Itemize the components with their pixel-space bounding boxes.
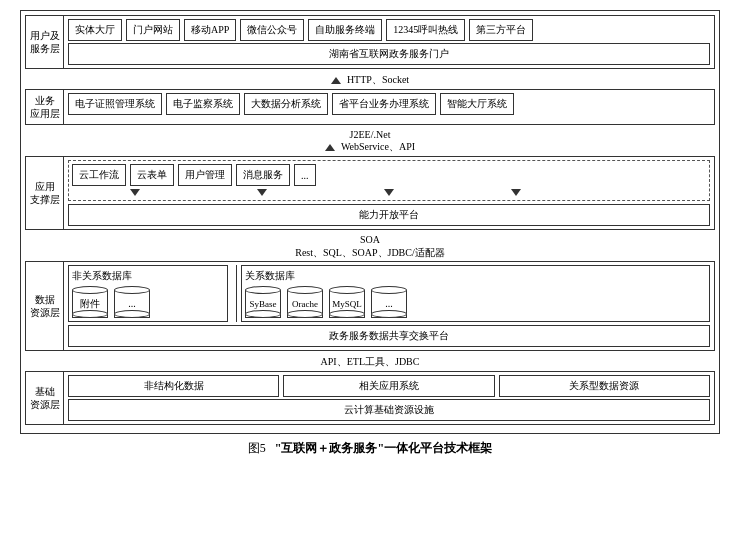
figure-caption: 图5 "互联网＋政务服务"一体化平台技术框架 xyxy=(248,440,492,457)
cyl-top-oracle xyxy=(287,286,323,294)
sql-label: 关系数据库 xyxy=(245,269,706,283)
cyl-top-1 xyxy=(72,286,108,294)
base-resource-content: 非结构化数据 相关应用系统 关系型数据资源 云计算基础资源设施 xyxy=(64,372,714,424)
user-service-label: 用户及 服务层 xyxy=(26,16,64,68)
cyl-bottom-sqle xyxy=(371,310,407,318)
user-service-bottom-bar: 湖南省互联网政务服务门户 xyxy=(68,43,710,65)
vertical-divider xyxy=(236,265,237,322)
box-entity-hall: 实体大厅 xyxy=(68,19,122,41)
box-hotline: 12345呼叫热线 xyxy=(386,19,465,41)
box-user-mgmt: 用户管理 xyxy=(178,164,232,186)
arrow-up-icon xyxy=(331,77,341,84)
business-app-boxes: 电子证照管理系统 电子监察系统 大数据分析系统 省平台业务办理系统 智能大厅系统 xyxy=(68,93,710,115)
api-etl-connector: API、ETL工具、JDBC xyxy=(25,355,715,369)
box-mobile-app: 移动APP xyxy=(184,19,236,41)
cylinder-sybase: SyBase xyxy=(245,286,281,318)
cylinder-oracle: Orache xyxy=(287,286,323,318)
j2ee-text: J2EE/.Net xyxy=(350,129,391,140)
http-connector-text: HTTP、Socket xyxy=(347,73,409,87)
box-related-apps: 相关应用系统 xyxy=(283,375,494,397)
box-portal: 门户网站 xyxy=(126,19,180,41)
arrow-down-3 xyxy=(384,189,394,196)
down-arrows xyxy=(72,188,706,197)
nosql-section: 非关系数据库 附件 ... xyxy=(68,265,228,322)
architecture-diagram: 用户及 服务层 实体大厅 门户网站 移动APP 微信公众号 自助服务终端 123… xyxy=(20,10,720,434)
cyl-bottom-oracle xyxy=(287,310,323,318)
box-cloud-form: 云表单 xyxy=(130,164,174,186)
cyl-bottom-1 xyxy=(72,310,108,318)
data-exchange-platform: 政务服务数据共享交换平台 xyxy=(68,325,710,347)
cyl-top-mysql xyxy=(329,286,365,294)
cyl-top-sybase xyxy=(245,286,281,294)
business-app-layer: 业务应用层 电子证照管理系统 电子监察系统 大数据分析系统 省平台业务办理系统 … xyxy=(25,89,715,125)
app-support-inner: 云工作流 云表单 用户管理 消息服务 ... xyxy=(68,160,710,201)
user-service-content: 实体大厅 门户网站 移动APP 微信公众号 自助服务终端 12345呼叫热线 第… xyxy=(64,16,714,68)
soa-connector: SOA xyxy=(25,234,715,245)
user-service-layer: 用户及 服务层 实体大厅 门户网站 移动APP 微信公众号 自助服务终端 123… xyxy=(25,15,715,69)
arrow-down-4 xyxy=(511,189,521,196)
sql-cylinders: SyBase Orache MySQL xyxy=(245,286,706,318)
box-elec-cert: 电子证照管理系统 xyxy=(68,93,162,115)
box-ellipsis: ... xyxy=(294,164,316,186)
soa-text: SOA xyxy=(360,234,380,245)
box-province-biz: 省平台业务办理系统 xyxy=(332,93,436,115)
capability-open-platform: 能力开放平台 xyxy=(68,204,710,226)
box-self-service: 自助服务终端 xyxy=(308,19,382,41)
arrow-up-icon2 xyxy=(325,144,335,151)
business-app-content: 电子证照管理系统 电子监察系统 大数据分析系统 省平台业务办理系统 智能大厅系统 xyxy=(64,90,714,124)
app-support-content: 云工作流 云表单 用户管理 消息服务 ... 能力开放平台 xyxy=(64,157,714,229)
nosql-label: 非关系数据库 xyxy=(72,269,224,283)
cyl-top-2 xyxy=(114,286,150,294)
cloud-computing-infra: 云计算基础资源设施 xyxy=(68,399,710,421)
box-third-party: 第三方平台 xyxy=(469,19,533,41)
rest-text: Rest、SQL、SOAP、JDBC/适配器 xyxy=(295,247,444,258)
arrow-down-2 xyxy=(257,189,267,196)
box-smart-hall: 智能大厅系统 xyxy=(440,93,514,115)
data-resource-label: 数据资源层 xyxy=(26,262,64,350)
base-resource-layer: 基础资源层 非结构化数据 相关应用系统 关系型数据资源 云计算基础资源设施 xyxy=(25,371,715,425)
box-bigdata: 大数据分析系统 xyxy=(244,93,328,115)
box-unstructured: 非结构化数据 xyxy=(68,375,279,397)
cylinder-mysql: MySQL xyxy=(329,286,365,318)
business-app-label: 业务应用层 xyxy=(26,90,64,124)
cyl-bottom-mysql xyxy=(329,310,365,318)
cyl-top-sqle xyxy=(371,286,407,294)
box-msg-service: 消息服务 xyxy=(236,164,290,186)
cylinder-attachment: 附件 xyxy=(72,286,108,318)
cyl-bottom-sybase xyxy=(245,310,281,318)
spacer xyxy=(638,189,648,196)
user-service-top-boxes: 实体大厅 门户网站 移动APP 微信公众号 自助服务终端 12345呼叫热线 第… xyxy=(68,19,710,41)
box-relational-data: 关系型数据资源 xyxy=(499,375,710,397)
cylinder-ellipsis: ... xyxy=(114,286,150,318)
api-etl-text: API、ETL工具、JDBC xyxy=(321,355,420,369)
app-support-layer: 应用支撑层 云工作流 云表单 用户管理 消息服务 ... xyxy=(25,156,715,230)
cyl-bottom-2 xyxy=(114,310,150,318)
cylinder-sql-ellipsis: ... xyxy=(371,286,407,318)
box-wechat: 微信公众号 xyxy=(240,19,304,41)
base-resource-boxes: 非结构化数据 相关应用系统 关系型数据资源 xyxy=(68,375,710,397)
j2ee-connector: J2EE/.Net WebService、API xyxy=(25,129,715,154)
fig-num: 图5 xyxy=(248,441,266,455)
http-connector: HTTP、Socket xyxy=(25,73,715,87)
box-cloud-workflow: 云工作流 xyxy=(72,164,126,186)
fig-title: "互联网＋政务服务"一体化平台技术框架 xyxy=(275,441,492,455)
data-resource-layer: 数据资源层 非关系数据库 附件 xyxy=(25,261,715,351)
rest-connector: Rest、SQL、SOAP、JDBC/适配器 xyxy=(25,246,715,260)
app-support-label: 应用支撑层 xyxy=(26,157,64,229)
data-resource-content: 非关系数据库 附件 ... xyxy=(64,262,714,350)
base-resource-label: 基础资源层 xyxy=(26,372,64,424)
box-elec-monitor: 电子监察系统 xyxy=(166,93,240,115)
data-resource-row: 非关系数据库 附件 ... xyxy=(68,265,710,322)
arrow-down-1 xyxy=(130,189,140,196)
app-support-boxes: 云工作流 云表单 用户管理 消息服务 ... xyxy=(72,164,706,186)
nosql-cylinders: 附件 ... xyxy=(72,286,224,318)
webservice-text: WebService、API xyxy=(341,140,415,154)
sql-section: 关系数据库 SyBase Orache xyxy=(241,265,710,322)
